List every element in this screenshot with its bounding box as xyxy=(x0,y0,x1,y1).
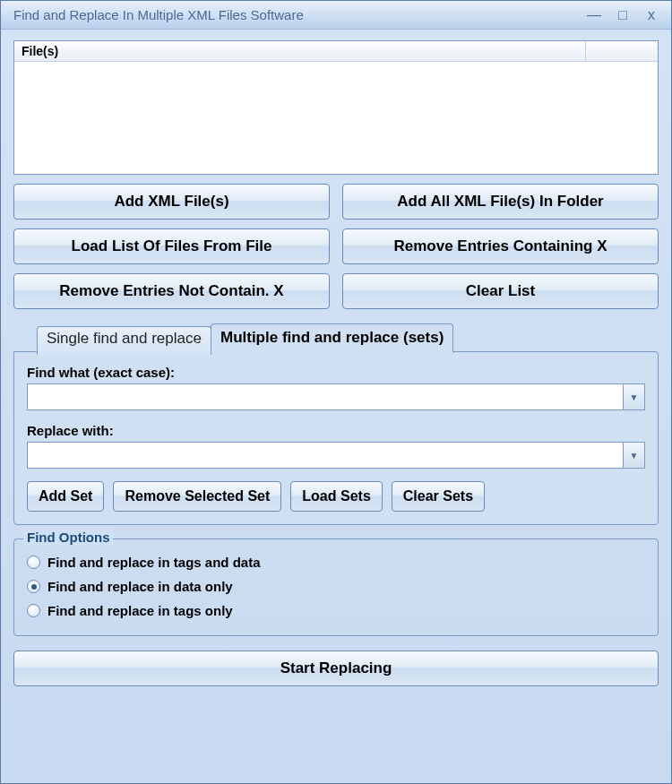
set-buttons-row: Add Set Remove Selected Set Load Sets Cl… xyxy=(27,481,645,512)
maximize-icon[interactable]: □ xyxy=(610,6,635,24)
radio-data-only[interactable] xyxy=(27,580,40,593)
replace-label: Replace with: xyxy=(27,423,645,438)
find-combo: ▼ xyxy=(27,383,645,410)
remove-set-button[interactable]: Remove Selected Set xyxy=(113,481,281,512)
find-options-legend: Find Options xyxy=(23,530,113,545)
tab-multiple[interactable]: Multiple find and replace (sets) xyxy=(211,323,453,353)
replace-combo: ▼ xyxy=(27,442,645,469)
content-area: File(s) Add XML File(s) Add All XML File… xyxy=(1,30,671,783)
file-buttons-grid: Add XML File(s) Add All XML File(s) In F… xyxy=(13,184,659,309)
add-all-folder-button[interactable]: Add All XML File(s) In Folder xyxy=(342,184,659,220)
find-input[interactable] xyxy=(27,383,624,410)
add-xml-button[interactable]: Add XML File(s) xyxy=(13,184,330,220)
radio-label-data-only: Find and replace in data only xyxy=(47,579,233,594)
radio-tags-data[interactable] xyxy=(27,556,40,569)
titlebar: Find and Replace In Multiple XML Files S… xyxy=(1,1,671,30)
close-icon[interactable]: x xyxy=(639,6,664,24)
find-label: Find what (exact case): xyxy=(27,365,645,380)
load-list-button[interactable]: Load List Of Files From File xyxy=(13,228,330,264)
load-sets-button[interactable]: Load Sets xyxy=(290,481,382,512)
radio-tags-only[interactable] xyxy=(27,604,40,617)
app-window: Find and Replace In Multiple XML Files S… xyxy=(0,0,672,784)
tab-strip: Single find and replace Multiple find an… xyxy=(13,323,659,352)
file-list-body[interactable] xyxy=(14,62,658,174)
clear-list-button[interactable]: Clear List xyxy=(342,273,659,309)
find-options-fieldset: Find Options Find and replace in tags an… xyxy=(13,538,659,636)
radio-label-tags-only: Find and replace in tags only xyxy=(47,603,233,618)
tab-body: Find what (exact case): ▼ Replace with: … xyxy=(13,351,659,525)
remove-not-containing-button[interactable]: Remove Entries Not Contain. X xyxy=(13,273,330,309)
replace-dropdown-icon[interactable]: ▼ xyxy=(624,442,645,469)
radio-label-tags-data: Find and replace in tags and data xyxy=(47,555,261,570)
file-list-header: File(s) xyxy=(14,41,658,62)
radio-row-tags-only[interactable]: Find and replace in tags only xyxy=(27,599,645,623)
radio-row-data-only[interactable]: Find and replace in data only xyxy=(27,574,645,599)
start-replacing-button[interactable]: Start Replacing xyxy=(13,650,659,686)
tab-single[interactable]: Single find and replace xyxy=(37,326,211,355)
tab-panel: Single find and replace Multiple find an… xyxy=(13,323,659,526)
find-dropdown-icon[interactable]: ▼ xyxy=(624,383,645,410)
radio-row-tags-data[interactable]: Find and replace in tags and data xyxy=(27,550,645,574)
window-controls: — □ x xyxy=(582,6,664,24)
file-header-files[interactable]: File(s) xyxy=(14,41,586,61)
file-header-spacer xyxy=(586,41,658,61)
minimize-icon[interactable]: — xyxy=(582,6,607,24)
clear-sets-button[interactable]: Clear Sets xyxy=(392,481,485,512)
file-list-panel: File(s) xyxy=(13,40,659,175)
replace-input[interactable] xyxy=(27,442,624,469)
window-title: Find and Replace In Multiple XML Files S… xyxy=(13,7,582,22)
remove-containing-button[interactable]: Remove Entries Containing X xyxy=(342,228,659,264)
add-set-button[interactable]: Add Set xyxy=(27,481,104,512)
